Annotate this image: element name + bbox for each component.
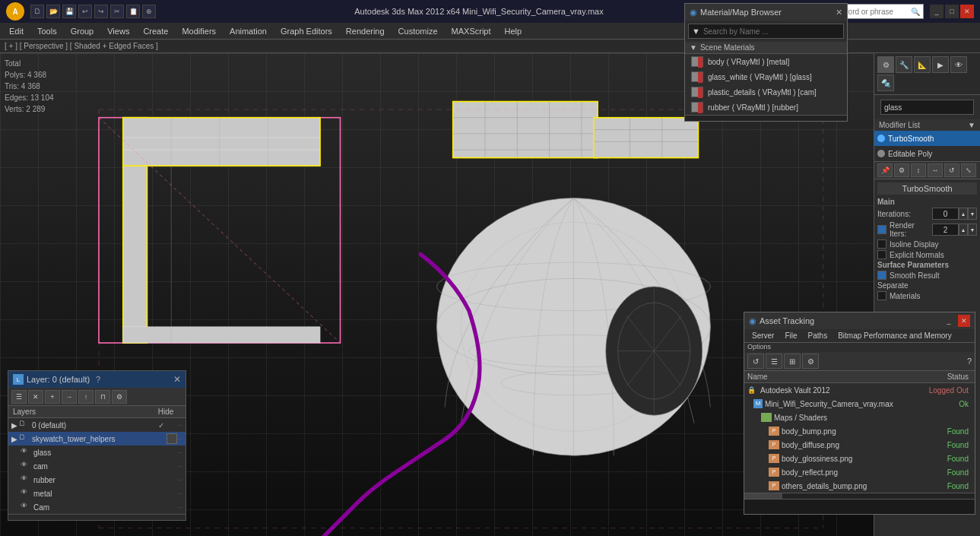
asset-row-maxfile[interactable]: M Mini_Wifi_Security_Camera_vray.max Ok	[744, 397, 975, 411]
menu-tools[interactable]: Tools	[31, 25, 63, 37]
asset-scrollbar-horizontal[interactable]	[744, 493, 975, 499]
menu-maxscript[interactable]: MAXScript	[446, 25, 497, 37]
at-settings-button[interactable]: ⚙	[802, 354, 819, 369]
menu-modifiers[interactable]: Modifiers	[176, 25, 222, 37]
mod-settings-button[interactable]: ⚙	[894, 163, 909, 177]
layers-merge-button[interactable]: ⊓	[95, 390, 110, 404]
rp-icon-display[interactable]: 👁	[950, 56, 967, 73]
material-search-input[interactable]	[703, 27, 840, 36]
at-grid-button[interactable]: ⊞	[784, 354, 801, 369]
at-options[interactable]: Options	[744, 343, 975, 352]
close-button[interactable]: ✕	[960, 5, 974, 18]
layers-scrollbar[interactable]	[8, 514, 186, 520]
modifier-editablepoly[interactable]: Editable Poly	[874, 146, 980, 161]
layers-scroll-track[interactable]	[8, 515, 186, 520]
at-scroll-thumb-h[interactable]	[744, 493, 782, 499]
menu-help[interactable]: Help	[499, 25, 528, 37]
menu-customize[interactable]: Customize	[392, 25, 444, 37]
icon-btn-1[interactable]: 🗋	[30, 5, 44, 18]
isoline-checkbox[interactable]	[877, 239, 886, 249]
layers-up-button[interactable]: ↑	[78, 390, 94, 404]
asset-row-bodybump[interactable]: P body_bump.png Found	[744, 424, 975, 438]
menu-animation[interactable]: Animation	[224, 25, 273, 37]
at-list-button[interactable]: ☰	[766, 354, 782, 369]
asset-row-othersbump[interactable]: P others_details_bump.png Found	[744, 479, 975, 493]
iterations-spinner-down[interactable]: ▼	[968, 208, 977, 220]
at-menu-file[interactable]: File	[780, 331, 801, 341]
asset-close-button[interactable]: ✕	[958, 315, 970, 327]
rp-icon-modify[interactable]: 🔧	[896, 56, 912, 73]
at-menu-server[interactable]: Server	[747, 331, 779, 341]
at-help-button[interactable]: ?	[967, 357, 972, 366]
icon-btn-4[interactable]: ↩	[78, 5, 92, 18]
rp-icon-create[interactable]: ⚙	[877, 56, 894, 73]
layer-row-cam2[interactable]: 👁 Cam ···	[8, 500, 186, 514]
modifier-turbosmooth[interactable]: TurboSmooth	[874, 131, 980, 146]
asset-bottom-input[interactable]	[744, 499, 975, 514]
iterations-spinner-up[interactable]: ▲	[959, 208, 968, 220]
material-browser-close[interactable]: ✕	[836, 8, 842, 17]
layer-row-default[interactable]: ▶ 🗋 0 (default) ✓ ···	[8, 418, 186, 432]
layer-row-metal[interactable]: 👁 metal ···	[8, 487, 186, 500]
rp-icon-motion[interactable]: ▶	[932, 56, 949, 73]
mod-rotate-button[interactable]: ↺	[944, 163, 959, 177]
layer-row-cam[interactable]: 👁 cam ···	[8, 459, 186, 473]
mod-move-button[interactable]: ↔	[928, 163, 943, 177]
material-item-rubber[interactable]: rubber ( VRayMtl ) [rubber]	[685, 100, 847, 115]
asset-row-bodyreflect[interactable]: P body_reflect.png Found	[744, 465, 975, 479]
layers-icon-button[interactable]: ☰	[11, 390, 27, 404]
asset-row-bodygloss[interactable]: P body_glossiness.png Found	[744, 452, 975, 465]
layers-add-button[interactable]: +	[45, 390, 60, 404]
render-iters-input[interactable]	[932, 224, 959, 236]
layer-row-skywatch[interactable]: ▶ 🗋 skywatch_tower_helpers ···	[8, 432, 186, 446]
icon-btn-3[interactable]: 💾	[62, 5, 76, 18]
layers-help-button[interactable]: ?	[93, 374, 103, 385]
materials-checkbox[interactable]	[877, 291, 886, 300]
menu-group[interactable]: Group	[65, 25, 100, 37]
minimize-button[interactable]: _	[930, 5, 944, 18]
maximize-button[interactable]: □	[945, 5, 959, 18]
rp-icon-utilities[interactable]: 🔩	[877, 75, 894, 91]
layers-props-button[interactable]: ⚙	[112, 390, 127, 404]
modifier-search-input[interactable]	[880, 100, 974, 115]
icon-btn-2[interactable]: 📂	[46, 5, 60, 18]
menu-views[interactable]: Views	[101, 25, 135, 37]
material-scrollbar[interactable]	[685, 115, 847, 121]
render-iters-spinner-down[interactable]: ▼	[968, 224, 977, 236]
menu-rendering[interactable]: Rendering	[340, 25, 391, 37]
iterations-input[interactable]	[932, 208, 959, 220]
layers-close-button[interactable]: ✕	[173, 374, 181, 385]
at-menu-bitmap[interactable]: Bitmap Performance and Memory	[833, 331, 956, 341]
material-item-glass[interactable]: glass_white ( VRayMtl ) [glass]	[685, 69, 847, 84]
mod-select-button[interactable]: ↕	[911, 163, 926, 177]
layers-delete-button[interactable]: ✕	[28, 390, 43, 404]
render-iters-checkbox[interactable]	[877, 225, 886, 234]
render-iters-spinner-up[interactable]: ▲	[959, 224, 968, 236]
at-refresh-button[interactable]: ↺	[747, 354, 764, 369]
layers-move-button[interactable]: →	[62, 390, 77, 404]
layer-row-rubber[interactable]: 👁 rubber ···	[8, 473, 186, 487]
icon-btn-6[interactable]: ✂	[110, 5, 124, 18]
at-menu-paths[interactable]: Paths	[804, 331, 833, 341]
rp-icon-hierarchy[interactable]: 📐	[914, 56, 931, 73]
viewport[interactable]: Total Polys: 4 368 Tris: 4 368 Edges: 13…	[0, 53, 874, 536]
menu-graph-editors[interactable]: Graph Editors	[274, 25, 338, 37]
icon-btn-5[interactable]: ↪	[94, 5, 108, 18]
smooth-result-checkbox[interactable]	[877, 271, 886, 280]
menu-create[interactable]: Create	[137, 25, 174, 37]
mod-scale-button[interactable]: ⤡	[961, 163, 976, 177]
material-item-plastic[interactable]: plastic_details ( VRayMtl ) [cam]	[685, 84, 847, 100]
material-browser-search: ▼	[688, 24, 844, 39]
asset-minimize-button[interactable]: _	[943, 315, 955, 327]
explicit-checkbox[interactable]	[877, 250, 886, 259]
icon-btn-7[interactable]: 📋	[126, 5, 140, 18]
material-item-body[interactable]: body ( VRayMtl ) [metal]	[685, 54, 847, 69]
asset-row-vault[interactable]: 🔒 Autodesk Vault 2012 Logged Out	[744, 383, 975, 397]
asset-row-maps[interactable]: Maps / Shaders	[744, 411, 975, 424]
layer-row-glass[interactable]: 👁 glass ···	[8, 446, 186, 459]
asset-row-bodydiffuse[interactable]: P body_diffuse.png Found	[744, 438, 975, 452]
icon-btn-8[interactable]: ⊕	[142, 5, 156, 18]
mod-pin-button[interactable]: 📌	[877, 163, 893, 177]
material-section-header: ▼ Scene Materials	[685, 42, 847, 54]
menu-edit[interactable]: Edit	[3, 25, 30, 37]
